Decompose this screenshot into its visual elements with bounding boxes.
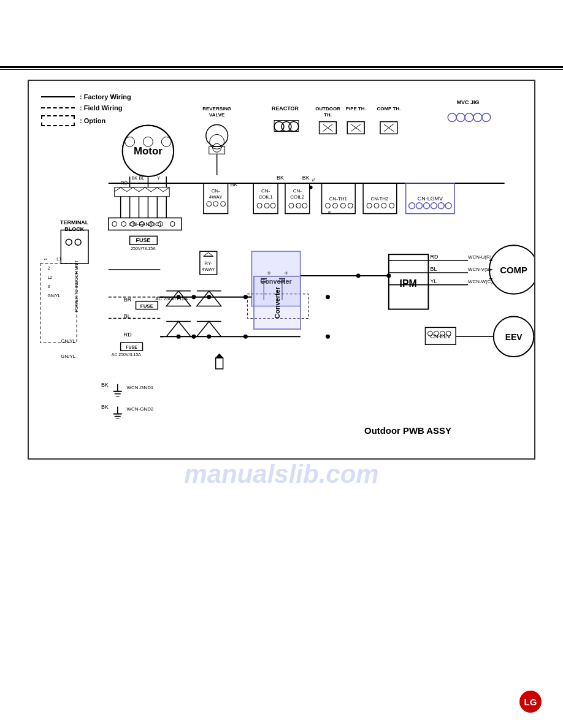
svg-text:BK: BK <box>302 175 310 181</box>
lg-logo-circle: LG <box>519 691 542 713</box>
svg-point-90 <box>332 203 337 208</box>
svg-point-84 <box>302 203 307 208</box>
svg-text:CN-LGMV: CN-LGMV <box>418 195 443 202</box>
svg-text:CN-: CN- <box>293 188 302 194</box>
svg-text:BK: BK <box>231 181 238 188</box>
svg-text:CN-TH1: CN-TH1 <box>329 196 348 202</box>
svg-point-77 <box>264 203 269 208</box>
svg-rect-37 <box>209 146 225 154</box>
svg-point-99 <box>389 203 394 208</box>
svg-point-22 <box>112 222 117 227</box>
svg-text:RD: RD <box>430 254 438 260</box>
svg-point-23 <box>121 222 126 227</box>
svg-point-197 <box>75 239 81 245</box>
svg-point-91 <box>340 203 345 208</box>
svg-text:COMP TH.: COMP TH. <box>377 106 401 112</box>
svg-point-102 <box>409 203 415 209</box>
svg-text:BK: BK <box>101 382 109 388</box>
svg-point-96 <box>367 203 372 208</box>
svg-text:IPM: IPM <box>400 278 417 289</box>
svg-rect-204 <box>40 264 77 343</box>
svg-point-76 <box>257 203 262 208</box>
svg-text:4WAY: 4WAY <box>209 194 223 200</box>
svg-text:EEV: EEV <box>505 332 523 342</box>
svg-point-36 <box>213 143 221 152</box>
svg-text:CN-: CN- <box>261 188 270 194</box>
svg-text:Outdoor PWB ASSY: Outdoor PWB ASSY <box>364 426 451 436</box>
svg-point-152 <box>356 273 361 278</box>
svg-text://: // <box>312 177 315 183</box>
svg-text:FUSE: FUSE <box>126 345 137 349</box>
svg-marker-130 <box>197 321 221 336</box>
svg-text:GN/YL: GN/YL <box>47 294 60 298</box>
top-rule-lines <box>0 66 563 71</box>
lg-logo: LG <box>519 691 542 713</box>
svg-text:1: 1 <box>44 258 48 260</box>
svg-text:WCN-V(S): WCN-V(S) <box>468 267 491 272</box>
diagram-box: : Factory Wiring : Field Wiring : Option… <box>28 80 535 460</box>
svg-text:Y: Y <box>157 176 160 180</box>
svg-text:PIPE TH.: PIPE TH. <box>346 106 366 112</box>
wiring-diagram-svg: Motor RD BK BL Y CN-FAN(DC) <box>29 81 534 458</box>
svg-point-43 <box>207 202 212 207</box>
svg-point-98 <box>381 203 386 208</box>
svg-point-66 <box>456 113 465 122</box>
svg-text:250V/T3.15A: 250V/T3.15A <box>131 246 156 251</box>
svg-marker-128 <box>166 321 191 336</box>
svg-text:WCN-U(R): WCN-U(R) <box>468 254 492 260</box>
svg-text:L1: L1 <box>56 257 61 261</box>
svg-point-212 <box>191 335 196 339</box>
svg-rect-193 <box>61 230 88 264</box>
svg-point-44 <box>213 202 218 207</box>
svg-text:COIL2: COIL2 <box>290 194 305 200</box>
svg-text:BL: BL <box>139 176 145 180</box>
svg-text:FUSE: FUSE <box>140 303 153 309</box>
svg-text:Motor: Motor <box>134 145 163 157</box>
svg-point-89 <box>326 203 331 208</box>
svg-text:L2: L2 <box>47 275 52 279</box>
lg-logo-text: LG <box>524 697 537 707</box>
svg-text:RD: RD <box>124 332 132 338</box>
svg-point-82 <box>289 203 294 208</box>
svg-point-5 <box>161 137 171 146</box>
svg-text:COIL1: COIL1 <box>259 194 274 200</box>
svg-text:MVC JIG: MVC JIG <box>457 99 480 105</box>
svg-point-103 <box>416 203 423 209</box>
svg-text:POWER TO INDOOR UNIT: POWER TO INDOOR UNIT <box>74 259 79 312</box>
svg-point-85 <box>309 186 313 189</box>
svg-text:FUSE: FUSE <box>136 237 151 243</box>
svg-text:BK: BK <box>277 175 284 181</box>
svg-text:REVERSING: REVERSING <box>202 106 231 112</box>
svg-text:BLOCK: BLOCK <box>64 226 84 232</box>
svg-text:GN/YL: GN/YL <box>61 354 75 359</box>
svg-text:CN-EEV: CN-EEV <box>430 333 451 339</box>
svg-point-83 <box>296 203 301 208</box>
svg-text:OUTDOOR: OUTDOOR <box>315 106 340 112</box>
svg-text:COMP: COMP <box>500 265 527 275</box>
svg-text:CN-: CN- <box>212 188 220 194</box>
svg-text:CN-TH2: CN-TH2 <box>370 196 389 202</box>
svg-text:REACTOR: REACTOR <box>272 105 299 112</box>
svg-point-65 <box>448 113 456 122</box>
svg-text:3: 3 <box>47 284 50 289</box>
svg-point-136 <box>207 335 211 339</box>
svg-text:TERMINAL: TERMINAL <box>60 219 89 226</box>
svg-point-67 <box>465 113 473 122</box>
svg-rect-138 <box>216 358 223 369</box>
svg-text:WCN-GND2: WCN-GND2 <box>127 407 154 412</box>
svg-text:WCN-GND1: WCN-GND1 <box>127 385 154 390</box>
svg-text:BK: BK <box>101 404 109 410</box>
svg-text:GN/YL: GN/YL <box>61 338 75 344</box>
svg-point-69 <box>482 113 491 122</box>
svg-text:YL: YL <box>430 278 437 284</box>
svg-point-211 <box>191 295 196 299</box>
svg-text:+: + <box>267 269 271 278</box>
svg-text:VALVE: VALVE <box>209 112 224 118</box>
svg-marker-111 <box>204 252 213 256</box>
svg-point-78 <box>270 203 275 208</box>
svg-point-3 <box>125 137 135 146</box>
svg-text:BK: BK <box>132 176 138 180</box>
svg-point-132 <box>177 295 181 299</box>
svg-point-106 <box>438 203 444 209</box>
svg-point-107 <box>445 203 451 209</box>
